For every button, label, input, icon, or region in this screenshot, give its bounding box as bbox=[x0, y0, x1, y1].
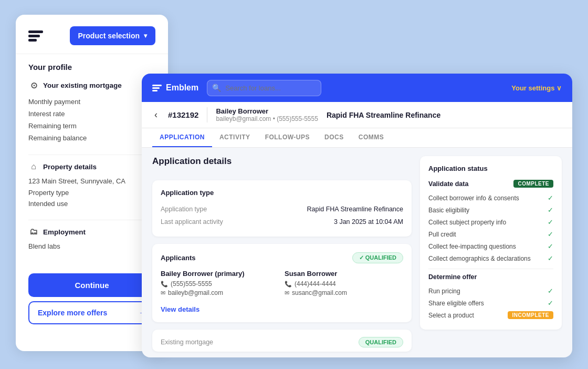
tab-activity[interactable]: ACTIVITY bbox=[212, 128, 258, 147]
status-item-select-product: Select a product INCOMPLETE bbox=[428, 309, 553, 321]
complete-badge: COMPLETE bbox=[513, 180, 553, 188]
primary-email: baileyb@gmail.com bbox=[168, 289, 223, 296]
secondary-email-row: ✉ susanc@gmail.com bbox=[285, 289, 403, 296]
app-logo: Emblem bbox=[152, 83, 198, 93]
property-icon: ⌂ bbox=[28, 161, 39, 172]
search-wrapper: 🔍 bbox=[207, 80, 503, 96]
app-logo-text: Emblem bbox=[166, 83, 198, 93]
check-icon: ✓ bbox=[548, 230, 553, 238]
applicants-card: Applicants ✓ QUALIFIED Bailey Borrower (… bbox=[152, 244, 412, 322]
chevron-down-icon: ▾ bbox=[144, 32, 147, 39]
main-content: Application details Application type App… bbox=[142, 148, 572, 357]
check-icon: ✓ bbox=[548, 206, 553, 214]
email-icon: ✉ bbox=[161, 290, 165, 296]
property-type-label: Property type bbox=[28, 189, 69, 197]
mortgage-title: Your existing mortgage bbox=[43, 81, 122, 89]
employment-section-header: 🗂 Employment bbox=[28, 227, 155, 237]
secondary-phone: (444)444-4444 bbox=[295, 280, 336, 288]
section-title-main: Application details bbox=[152, 156, 412, 167]
tab-docs[interactable]: DOCS bbox=[317, 128, 351, 147]
logo-bar-2 bbox=[28, 35, 40, 37]
applicants-header: Applicants ✓ QUALIFIED bbox=[161, 252, 403, 263]
content-left: Application details Application type App… bbox=[152, 156, 412, 355]
check-icon: ✓ bbox=[548, 287, 553, 295]
check-icon: ✓ bbox=[548, 254, 553, 262]
intended-use-label: Intended use bbox=[28, 200, 68, 208]
app-logo-bar-3 bbox=[152, 90, 158, 91]
property-type-row: Property type bbox=[28, 187, 155, 198]
search-input[interactable] bbox=[207, 80, 321, 96]
status-divider bbox=[428, 269, 553, 269]
app-topbar: Emblem 🔍 Your settings ∨ bbox=[142, 74, 572, 102]
applicants-title: Applicants bbox=[161, 254, 195, 262]
status-item-collect-subject: Collect subject property info ✓ bbox=[428, 216, 553, 228]
check-icon: ✓ bbox=[548, 242, 553, 250]
primary-applicant: Bailey Borrower (primary) 📞 (555)555-555… bbox=[161, 270, 279, 298]
tab-comms[interactable]: COMMS bbox=[351, 128, 392, 147]
back-button[interactable]: ‹ bbox=[152, 109, 160, 120]
app-logo-icon bbox=[152, 85, 162, 91]
status-item-demographics: Collect demographics & declarations ✓ bbox=[428, 252, 553, 264]
loan-type-badge: Rapid FHA Streamline Refinance bbox=[327, 111, 440, 119]
list-item: Interest rate bbox=[28, 108, 155, 120]
divider bbox=[28, 220, 155, 220]
product-selection-button[interactable]: Product selection ▾ bbox=[70, 26, 155, 45]
tab-follow-ups[interactable]: FOLLOW-UPS bbox=[258, 128, 317, 147]
primary-email-row: ✉ baileyb@gmail.com bbox=[161, 289, 279, 296]
employment-title: Employment bbox=[43, 228, 86, 236]
employment-icon: 🗂 bbox=[28, 227, 39, 237]
last-activity-value: 3 Jan 2025 at 10:04 AM bbox=[334, 218, 403, 226]
loan-bar: ‹ #132192 Bailey Borrower baileyb@gmail.… bbox=[142, 102, 572, 128]
secondary-name: Susan Borrower bbox=[285, 270, 403, 278]
intended-use-row: Intended use Pr... bbox=[28, 198, 155, 209]
status-item-collect-borrower: Collect borrower info & consents ✓ bbox=[428, 192, 553, 204]
status-card: Application status Validate data COMPLET… bbox=[420, 156, 562, 330]
status-item-share-offers: Share eligible offers ✓ bbox=[428, 297, 553, 309]
last-activity-label: Last applicant activity bbox=[161, 218, 223, 226]
app-type-value: Rapid FHA Streamline Refinance bbox=[307, 206, 403, 213]
mortgage-items: Monthly payment Interest rate Remaining … bbox=[28, 96, 155, 144]
explore-more-offers-button[interactable]: Explore more offers → bbox=[28, 301, 155, 324]
profile-title: Your profile bbox=[28, 63, 155, 71]
continue-button[interactable]: Continue bbox=[28, 273, 155, 297]
content-right: Application status Validate data COMPLET… bbox=[420, 156, 562, 355]
incomplete-badge: INCOMPLETE bbox=[508, 311, 553, 319]
app-logo-bar-2 bbox=[152, 87, 160, 89]
phone-icon-2: 📞 bbox=[285, 281, 292, 288]
check-icon: ✓ bbox=[548, 194, 553, 202]
primary-phone-row: 📞 (555)555-5555 bbox=[161, 280, 279, 288]
tab-application[interactable]: APPLICATION bbox=[152, 128, 212, 147]
borrower-name: Bailey Borrower bbox=[216, 107, 318, 115]
status-item-pull-credit: Pull credit ✓ bbox=[428, 228, 553, 240]
property-title: Property details bbox=[43, 163, 97, 171]
status-item-run-pricing: Run pricing ✓ bbox=[428, 285, 553, 297]
app-type-label: Application type bbox=[161, 206, 207, 213]
email-icon-2: ✉ bbox=[285, 290, 289, 296]
status-card-title: Application status bbox=[428, 165, 553, 172]
loan-info: Bailey Borrower baileyb@gmail.com • (555… bbox=[207, 107, 318, 122]
existing-mortgage-badge: QUALIFIED bbox=[359, 337, 403, 347]
property-address: 123 Main Street, Sunnyvale, CA bbox=[28, 177, 155, 185]
status-item-basic-eligibility: Basic eligibility ✓ bbox=[428, 204, 553, 216]
view-details-link[interactable]: View details bbox=[161, 305, 200, 313]
tabs-bar: APPLICATION ACTIVITY FOLLOW-UPS DOCS COM… bbox=[142, 128, 572, 148]
app-logo-bar-1 bbox=[152, 85, 162, 86]
secondary-applicant: Susan Borrower 📞 (444)444-4444 ✉ susanc@… bbox=[285, 270, 403, 298]
settings-label[interactable]: Your settings ∨ bbox=[511, 84, 562, 92]
divider bbox=[28, 155, 155, 155]
check-icon: ✓ bbox=[548, 218, 553, 226]
employment-items: Blend labs bbox=[28, 242, 155, 250]
application-type-card: Application type Application type Rapid … bbox=[152, 180, 412, 237]
employment-section: 🗂 Employment Blend labs bbox=[28, 227, 155, 250]
product-selection-label: Product selection bbox=[78, 32, 140, 40]
mortgage-icon: ⊙ bbox=[28, 80, 39, 90]
validate-data-label: Validate data COMPLETE bbox=[428, 180, 553, 188]
existing-mortgage-label: Existing mortgage bbox=[161, 339, 213, 346]
left-card-header: Product selection ▾ bbox=[16, 15, 168, 54]
existing-mortgage-card: Existing mortgage QUALIFIED bbox=[152, 330, 412, 352]
list-item: Remaining balance bbox=[28, 132, 155, 144]
mortgage-section: ⊙ Your existing mortgage Monthly payment… bbox=[28, 80, 155, 144]
primary-phone: (555)555-5555 bbox=[171, 280, 212, 288]
secondary-phone-row: 📞 (444)444-4444 bbox=[285, 280, 403, 288]
qualified-badge: ✓ QUALIFIED bbox=[352, 252, 403, 263]
